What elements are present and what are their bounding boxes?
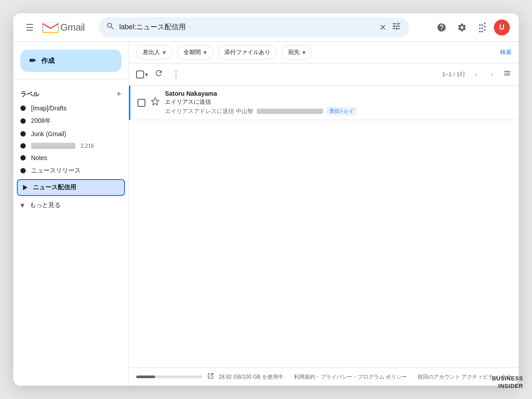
recipient-filter-label: 宛先: [288, 48, 300, 56]
refresh-button[interactable]: [152, 66, 166, 82]
labels-section: ラベル + [Imap]/Drafts 2008年 Junk (Gmail): [13, 83, 129, 216]
email-row[interactable]: Satoru Nakayama エイリアスに送信 エイリアスアドレスに送信 中山…: [129, 86, 519, 120]
select-all-chevron-icon[interactable]: ▾: [145, 71, 148, 78]
label-arrow-icon: [23, 185, 27, 190]
main-content: ✏ 作成 ラベル + [Imap]/Drafts 2008年: [13, 42, 519, 386]
email-subject: エイリアスに送信: [165, 98, 512, 106]
sender-chevron-icon: ▾: [163, 49, 166, 56]
hamburger-icon[interactable]: ☰: [22, 19, 37, 36]
user-avatar[interactable]: U: [494, 20, 510, 35]
sidebar-item-2008[interactable]: 2008年: [13, 114, 123, 128]
storage-bar-fill: [136, 376, 155, 378]
storage-text: 28.82 GB/100 GB を使用中: [219, 373, 283, 381]
recipient-filter-button[interactable]: 宛先 ▾: [282, 45, 312, 59]
label-text: ニュース配信用: [33, 184, 119, 192]
more-options-icon[interactable]: ⋮: [169, 67, 183, 82]
labels-add-button[interactable]: +: [116, 89, 121, 99]
storage-info: 28.82 GB/100 GB を使用中: [136, 372, 283, 381]
email-list: Satoru Nakayama エイリアスに送信 エイリアスアドレスに送信 中山…: [129, 86, 519, 368]
toolbar: ▾ ⋮ 1–1 / 1行: [129, 63, 519, 86]
labels-header: ラベル +: [13, 86, 129, 102]
select-all-container: ▾: [136, 70, 148, 78]
period-chevron-icon: ▾: [203, 49, 207, 56]
email-area: 差出人 ▾ 全期間 ▾ 添付ファイルあり 宛先 ▾ 検索: [129, 42, 519, 386]
label-text: Notes: [31, 154, 116, 161]
footer: 28.82 GB/100 GB を使用中 利用規約・プライバシー・プログラム ポ…: [129, 368, 519, 386]
search-clear-icon[interactable]: ✕: [379, 23, 386, 32]
sidebar: ✏ 作成 ラベル + [Imap]/Drafts 2008年: [13, 42, 129, 386]
attachment-filter-label: 添付ファイルあり: [224, 48, 270, 56]
watermark-line2: INSIDER: [492, 383, 523, 390]
watermark: BUSINESS INSIDER: [492, 375, 523, 390]
compose-label: 作成: [41, 57, 55, 65]
email-preview-blurred: [257, 109, 323, 114]
sidebar-item-more[interactable]: ▾ もっと見る: [13, 198, 129, 213]
svg-marker-7: [152, 98, 159, 105]
search-bar: ✕: [99, 17, 409, 38]
inbox-tag: 受信トレイ: [327, 107, 356, 115]
search-button[interactable]: 検索: [500, 48, 512, 56]
gmail-text: Gmail: [60, 22, 85, 33]
period-filter-label: 全期間: [184, 48, 201, 56]
header: ☰ Gmail ✕: [13, 13, 519, 42]
grid-button[interactable]: [473, 19, 491, 36]
email-sender: Satoru Nakayama: [165, 90, 512, 97]
storage-external-icon[interactable]: [207, 372, 214, 381]
prev-page-button[interactable]: [469, 67, 483, 82]
help-button[interactable]: [433, 19, 450, 36]
search-input[interactable]: [119, 23, 375, 31]
pagination-text: 1–1 / 1行: [442, 70, 466, 78]
storage-used-text: 28.82 GB/100 GB を使用中: [219, 374, 283, 380]
email-checkbox[interactable]: [137, 99, 145, 107]
search-icon: [106, 22, 115, 33]
labels-title: ラベル: [20, 90, 39, 98]
sidebar-item-junk[interactable]: Junk (Gmail): [13, 128, 123, 140]
label-text: 2008年: [31, 117, 116, 125]
gmail-logo: Gmail: [43, 22, 85, 33]
recipient-chevron-icon: ▾: [302, 49, 305, 56]
label-count: 2,216: [81, 143, 94, 149]
filter-bar: 差出人 ▾ 全期間 ▾ 添付ファイルあり 宛先 ▾ 検索: [129, 42, 519, 63]
view-options-icon[interactable]: [503, 69, 512, 80]
compose-icon: ✏: [29, 56, 36, 66]
email-preview-text: エイリアスアドレスに送信 中山智: [165, 107, 253, 115]
label-dot-icon: [20, 106, 26, 111]
label-dot-icon: [20, 155, 26, 160]
label-text-blurred: [31, 143, 75, 149]
sidebar-item-news-delivery[interactable]: ニュース配信用: [17, 179, 125, 196]
email-preview: エイリアスアドレスに送信 中山智 受信トレイ: [165, 107, 512, 115]
chevron-down-icon: ▾: [20, 200, 24, 210]
label-text: ニュースリリース: [31, 167, 116, 175]
label-dot-icon: [20, 168, 26, 173]
settings-button[interactable]: [453, 19, 471, 36]
watermark-line1: BUSINESS: [492, 375, 523, 383]
sidebar-item-imap-drafts[interactable]: [Imap]/Drafts: [13, 102, 123, 114]
sidebar-item-news-release[interactable]: ニュースリリース: [13, 164, 123, 177]
footer-links: 利用規約・プライバシー・プログラム ポリシー: [292, 373, 409, 381]
more-label: もっと見る: [30, 201, 121, 209]
email-content: Satoru Nakayama エイリアスに送信 エイリアスアドレスに送信 中山…: [165, 90, 512, 115]
label-dot-icon: [20, 118, 26, 124]
search-filter-icon[interactable]: [391, 20, 402, 34]
label-text: [Imap]/Drafts: [31, 105, 116, 112]
select-all-checkbox[interactable]: [136, 70, 144, 78]
footer-links-text: 利用規約・プライバシー・プログラム ポリシー: [294, 374, 407, 380]
sidebar-divider: [13, 79, 129, 79]
header-icons: U: [433, 19, 510, 36]
sidebar-item-blurred[interactable]: 2,216: [13, 140, 123, 152]
next-page-button[interactable]: [485, 67, 499, 82]
storage-bar: [136, 376, 203, 378]
label-text: Junk (Gmail): [31, 130, 116, 137]
gmail-m-icon: [43, 22, 59, 33]
pagination-info: 1–1 / 1行: [442, 67, 512, 82]
pagination-nav: [469, 67, 499, 82]
attachment-filter-button[interactable]: 添付ファイルあり: [218, 45, 277, 59]
label-dot-icon: [20, 143, 26, 149]
sender-filter-button[interactable]: 差出人 ▾: [136, 45, 172, 59]
period-filter-button[interactable]: 全期間 ▾: [177, 45, 213, 59]
sidebar-item-notes[interactable]: Notes: [13, 152, 123, 164]
sender-filter-label: 差出人: [143, 48, 160, 56]
compose-button[interactable]: ✏ 作成: [20, 50, 121, 72]
label-dot-icon: [20, 131, 26, 137]
email-star-icon[interactable]: [151, 97, 160, 108]
